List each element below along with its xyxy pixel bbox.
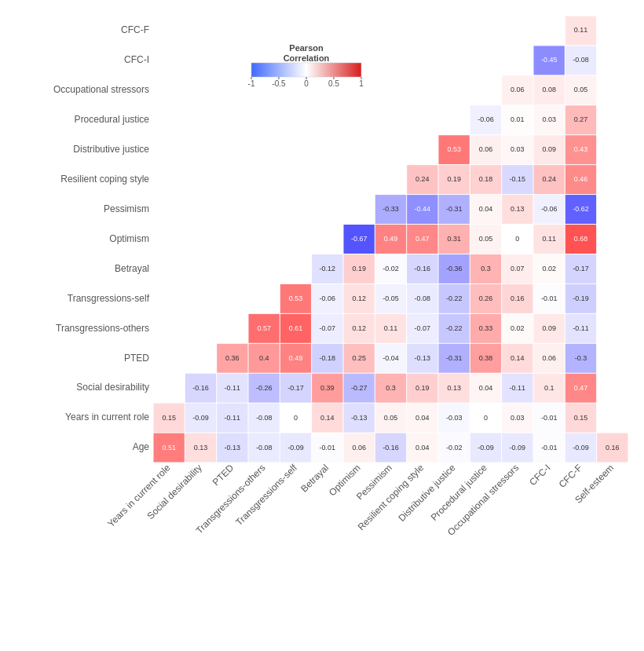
heatmap-canvas	[0, 0, 644, 651]
heatmap-container	[0, 0, 644, 651]
